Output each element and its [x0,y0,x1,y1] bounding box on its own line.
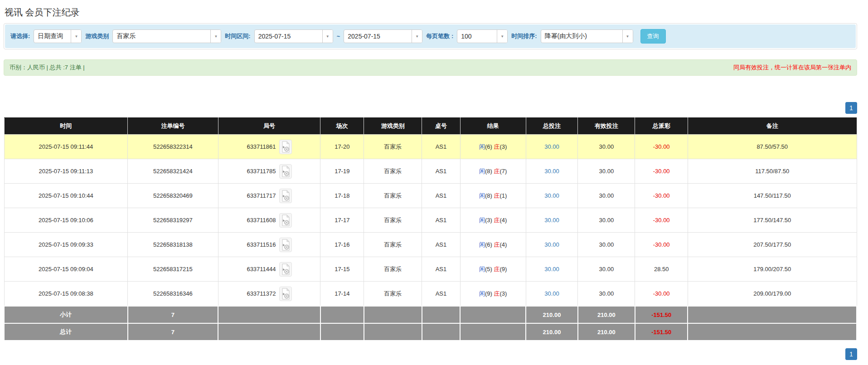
game-type-input[interactable] [113,30,210,43]
chevron-down-icon[interactable]: ▼ [412,30,422,43]
result-player-label: 闲 [479,241,485,248]
page-title: 视讯 会员下注纪录 [5,6,857,19]
table-row: 2025-07-15 09:09:04 522658317215 6337114… [4,257,857,282]
query-type-input[interactable] [34,30,71,43]
footer-total-bet: 210.00 [526,323,578,341]
cell-payout: -30.00 [635,135,688,159]
round-number: 633711372 [247,290,276,297]
game-type-select[interactable]: ▼ [112,29,221,43]
round-number: 633711608 [247,217,276,224]
cell-round-id: 633711861 [218,135,320,159]
records-table-footer: 小计 7 210.00 210.00 -151.50 总计 7 210.00 2… [4,306,857,341]
col-header-session: 场次 [320,118,364,135]
result-player-label: 闲 [479,217,485,224]
video-replay-button[interactable] [279,164,292,179]
total-bet-link[interactable]: 30.00 [544,143,559,150]
cell-valid-bet: 30.00 [578,208,635,233]
chevron-down-icon[interactable]: ▼ [71,30,81,43]
query-type-select[interactable]: ▼ [34,29,82,43]
video-replay-button[interactable] [279,238,292,252]
result-banker-label: 庄 [494,168,500,175]
cell-result: 闲(3) 庄(4) [460,208,526,233]
chevron-down-icon[interactable]: ▼ [497,30,507,43]
footer-label: 总计 [4,323,128,341]
cell-game-type: 百家乐 [364,159,422,184]
video-file-icon [281,239,290,251]
video-file-icon [281,263,290,275]
records-table-body: 2025-07-15 09:11:44 522658322314 6337118… [4,135,857,307]
cell-total-bet[interactable]: 30.00 [526,135,578,159]
date-to-select[interactable]: ▼ [344,29,422,43]
result-banker-label: 庄 [494,266,500,273]
cell-table-id: AS1 [422,257,461,282]
cell-table-id: AS1 [422,135,461,159]
video-file-icon [281,141,290,153]
cell-total-bet[interactable]: 30.00 [526,208,578,233]
chevron-down-icon[interactable]: ▼ [210,30,221,43]
time-sort-select[interactable]: ▼ [541,29,633,43]
cell-time: 2025-07-15 09:09:33 [4,233,128,257]
cell-result: 闲(8) 庄(1) [460,184,526,208]
total-bet-link[interactable]: 30.00 [544,290,559,297]
cell-bet-id: 522658316346 [128,282,218,307]
page-size-label: 每页笔数 : [426,32,453,40]
result-banker-label: 庄 [494,143,500,150]
video-replay-button[interactable] [279,189,292,203]
video-replay-button[interactable] [279,213,292,228]
cell-session: 17-20 [320,135,364,159]
cell-remark: 209.00/179.00 [688,282,857,307]
date-from-input[interactable] [255,30,322,43]
chevron-down-icon[interactable]: ▼ [622,30,633,43]
total-bet-link[interactable]: 30.00 [544,168,559,175]
total-bet-link[interactable]: 30.00 [544,241,559,248]
date-to-input[interactable] [344,30,412,43]
cell-total-bet[interactable]: 30.00 [526,233,578,257]
cell-game-type: 百家乐 [364,208,422,233]
page-1-button[interactable]: 1 [845,348,857,360]
col-header-bet-id: 注单编号 [128,118,218,135]
total-bet-link[interactable]: 30.00 [544,266,559,273]
cell-total-bet[interactable]: 30.00 [526,282,578,307]
video-replay-button[interactable] [279,287,292,301]
chevron-down-icon[interactable]: ▼ [322,30,333,43]
cell-table-id: AS1 [422,282,461,307]
page-size-select[interactable]: ▼ [457,29,508,43]
table-row: 2025-07-15 09:11:13 522658321424 6337117… [4,159,857,184]
cell-session: 17-15 [320,257,364,282]
page-1-button[interactable]: 1 [845,102,857,114]
game-type-label: 游戏类别 [85,32,109,40]
video-replay-button[interactable] [279,262,292,277]
result-player-label: 闲 [479,290,485,297]
col-header-time: 时间 [4,118,128,135]
footer-count: 7 [128,323,218,341]
grand-total-row: 总计 7 210.00 210.00 -151.50 [4,323,857,341]
result-banker-label: 庄 [494,241,500,248]
col-header-total-bet: 总投注 [526,118,578,135]
video-replay-button[interactable] [279,140,292,154]
cell-result: 闲(6) 庄(3) [460,135,526,159]
cell-remark: 87.50/57.50 [688,135,857,159]
cell-total-bet[interactable]: 30.00 [526,257,578,282]
search-button[interactable]: 查询 [640,29,666,44]
footer-payout: -151.50 [635,306,688,323]
cell-result: 闲(9) 庄(3) [460,282,526,307]
cell-time: 2025-07-15 09:08:38 [4,282,128,307]
col-header-round-id: 局号 [218,118,320,135]
total-bet-link[interactable]: 30.00 [544,192,559,199]
summary-bar: 币别：人民币 | 总共 :7 注单 | 同局有效投注，统一计算在该局第一张注单内 [4,59,857,76]
cell-total-bet[interactable]: 30.00 [526,184,578,208]
round-number: 633711516 [247,241,276,248]
page-size-input[interactable] [457,30,497,43]
cell-total-bet[interactable]: 30.00 [526,159,578,184]
total-bet-link[interactable]: 30.00 [544,217,559,224]
footer-valid-bet: 210.00 [578,306,635,323]
time-sort-input[interactable] [541,30,622,43]
time-sort-label: 时间排序: [511,32,537,40]
round-number: 633711785 [247,168,276,175]
cell-bet-id: 522658320469 [128,184,218,208]
cell-table-id: AS1 [422,184,461,208]
footer-total-bet: 210.00 [526,306,578,323]
result-banker-label: 庄 [494,217,500,224]
date-from-select[interactable]: ▼ [254,29,333,43]
cell-time: 2025-07-15 09:11:13 [4,159,128,184]
